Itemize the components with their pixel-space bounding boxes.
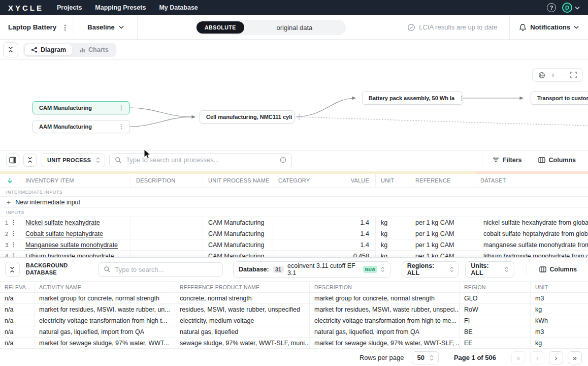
- description-cell[interactable]: [131, 251, 203, 257]
- sort-column-header[interactable]: [0, 174, 20, 187]
- table-row[interactable]: 1⋮ Nickel sulfate hexahydrate CAM Manufa…: [0, 217, 588, 228]
- first-page-button[interactable]: «: [511, 351, 526, 364]
- category-cell[interactable]: [273, 239, 343, 250]
- col-relevance[interactable]: RELEVA...: [0, 282, 35, 292]
- scenario-selector[interactable]: Baseline: [74, 15, 137, 39]
- dataset-cell[interactable]: cobalt sulfate heptahydrate from globa: [475, 228, 588, 239]
- next-page-button[interactable]: ›: [549, 351, 563, 364]
- zoom-in-icon[interactable]: +: [551, 72, 555, 78]
- category-cell[interactable]: [273, 217, 343, 228]
- col-value[interactable]: VALUE: [343, 174, 376, 187]
- value-cell[interactable]: 1.4: [343, 217, 376, 228]
- unit-cell[interactable]: kg: [376, 251, 410, 257]
- reference-cell[interactable]: per 1 kg CAM: [410, 217, 475, 228]
- inventory-item-link[interactable]: Nickel sulfate hexahydrate: [25, 219, 100, 226]
- unit-process-cell[interactable]: CAM Manufacturing: [203, 239, 273, 250]
- activity-cell[interactable]: market for residues, MSWI, waste rubber,…: [35, 304, 175, 315]
- table-row[interactable]: n/a market for residues, MSWI, waste rub…: [0, 304, 588, 315]
- category-cell[interactable]: [273, 251, 343, 257]
- diagram-canvas[interactable]: + − CAM Manufacturing ⋮ AAM Manufacturin…: [0, 60, 588, 150]
- data-mode-toggle[interactable]: ABSOLUTE original data: [195, 20, 346, 35]
- regions-selector[interactable]: Regions: ALL: [402, 261, 460, 278]
- description-cell[interactable]: [131, 239, 203, 250]
- inventory-item-link[interactable]: Manganese sulfate monohydrate: [25, 241, 118, 249]
- col-unit[interactable]: UNIT: [376, 174, 410, 187]
- unit-process-search[interactable]: [109, 153, 292, 167]
- unit-cell[interactable]: kg: [376, 228, 410, 239]
- value-cell[interactable]: 0.458: [343, 251, 376, 257]
- last-page-button[interactable]: »: [568, 351, 582, 364]
- table-row[interactable]: n/a electricity voltage transformation f…: [0, 315, 588, 326]
- table-row[interactable]: 3⋮ Manganese sulfate monohydrate CAM Man…: [0, 239, 588, 251]
- col-reference-product-name[interactable]: REFERENCE PRODUCT NAME: [175, 282, 310, 292]
- row-menu-icon[interactable]: ⋮: [11, 230, 16, 237]
- node-menu-icon[interactable]: ⋮: [114, 123, 128, 130]
- database-selector[interactable]: Database: 31 ecoinvent 3.11 cutoff EF 3.…: [233, 261, 390, 278]
- description-cell[interactable]: [131, 217, 203, 228]
- node-cam-manufacturing[interactable]: CAM Manufacturing ⋮: [32, 101, 130, 114]
- dataset-cell[interactable]: manganese sulfate monohydrate from: [475, 239, 588, 250]
- columns-button[interactable]: Columns: [532, 157, 582, 164]
- row-menu-icon[interactable]: ⋮: [11, 241, 16, 248]
- node-menu-icon[interactable]: ⋮: [454, 95, 469, 102]
- table-row[interactable]: n/a market group for concrete, normal st…: [0, 293, 588, 304]
- col-region[interactable]: REGION: [460, 282, 531, 292]
- unit-process-cell[interactable]: CAM Manufacturing: [203, 217, 273, 228]
- node-menu-icon[interactable]: ⋮: [292, 113, 306, 120]
- collapse-panel-button[interactable]: [23, 154, 37, 167]
- activity-cell[interactable]: market group for concrete, normal streng…: [35, 293, 175, 303]
- background-search-input[interactable]: [115, 266, 217, 273]
- unit-cell[interactable]: kg: [376, 217, 410, 228]
- avatar[interactable]: D: [562, 3, 572, 13]
- col-dataset[interactable]: DATASET: [475, 174, 588, 187]
- reference-cell[interactable]: per 1 kg CAM: [410, 228, 475, 239]
- nav-item-mapping-presets[interactable]: Mapping Presets: [95, 4, 146, 11]
- col-reference[interactable]: REFERENCE: [410, 174, 475, 187]
- table-row[interactable]: n/a natural gas, liquefied, import from …: [0, 326, 588, 338]
- unit-process-search-input[interactable]: [126, 156, 276, 164]
- activity-cell[interactable]: market for sewage sludge, 97% water, WWT…: [35, 338, 175, 348]
- background-columns-button[interactable]: Columns: [533, 266, 583, 273]
- nav-item-projects[interactable]: Projects: [57, 4, 82, 11]
- category-cell[interactable]: [273, 228, 343, 239]
- activity-cell[interactable]: electricity voltage transformation from …: [35, 315, 175, 326]
- table-row[interactable]: n/a market for sewage sludge, 97% water,…: [0, 338, 588, 349]
- table-type-selector[interactable]: UNIT PROCESS: [41, 153, 105, 167]
- node-menu-icon[interactable]: ⋮: [114, 104, 128, 111]
- nav-item-my-database[interactable]: My Database: [159, 4, 198, 11]
- new-intermediate-input-button[interactable]: + New intermediate input: [0, 197, 588, 208]
- table-row[interactable]: 2⋮ Cobalt sulfate heptahydrate CAM Manuf…: [0, 228, 588, 239]
- collapse-diagram-button[interactable]: [3, 42, 18, 57]
- table-row[interactable]: 4⋮ Lithium hydroxide monohydrate CAM Man…: [0, 251, 588, 257]
- reference-cell[interactable]: per 1 kg CAM: [410, 251, 475, 257]
- zoom-out-icon[interactable]: −: [561, 72, 565, 78]
- col-description[interactable]: DESCRIPTION: [131, 174, 203, 187]
- col-activity-name[interactable]: ACTIVITY NAME: [35, 282, 175, 292]
- unit-cell[interactable]: kg: [376, 239, 410, 250]
- background-search[interactable]: [98, 262, 223, 277]
- unit-process-cell[interactable]: CAM Manufacturing: [203, 228, 273, 239]
- dataset-cell[interactable]: nickel sulfate hexahydrate from global: [475, 217, 588, 228]
- units-selector[interactable]: Units: ALL: [465, 261, 514, 278]
- mode-absolute[interactable]: ABSOLUTE: [197, 21, 244, 34]
- col-description[interactable]: DESCRIPTION: [310, 282, 460, 292]
- fit-view-icon[interactable]: [570, 72, 577, 78]
- col-category[interactable]: CATEGORY: [273, 174, 343, 187]
- node-transport-to-customer[interactable]: Transport to customer,: [531, 92, 588, 105]
- row-menu-icon[interactable]: ⋮: [11, 219, 16, 226]
- inventory-item-link[interactable]: Lithium hydroxide monohydrate: [25, 253, 114, 258]
- tab-charts[interactable]: Charts: [73, 44, 115, 55]
- node-aam-manufacturing[interactable]: AAM Manufacturing ⋮: [32, 120, 130, 133]
- node-cell-manufacturing[interactable]: Cell manufacturing, NMC111 cyli ⋮: [200, 110, 295, 124]
- help-icon[interactable]: ?: [547, 3, 556, 12]
- account-menu[interactable]: D: [562, 3, 580, 13]
- rows-per-page-selector[interactable]: 50: [412, 351, 438, 364]
- reference-cell[interactable]: per 1 kg CAM: [410, 239, 475, 250]
- description-cell[interactable]: [131, 228, 203, 239]
- row-menu-icon[interactable]: ⋮: [11, 253, 16, 257]
- col-unit-process-name[interactable]: UNIT PROCESS NAME: [203, 174, 273, 187]
- previous-page-button[interactable]: ‹: [530, 351, 544, 364]
- activity-cell[interactable]: natural gas, liquefied, import from QA: [35, 326, 175, 337]
- value-cell[interactable]: 1.4: [343, 228, 376, 239]
- inventory-item-link[interactable]: Cobalt sulfate heptahydrate: [25, 230, 103, 237]
